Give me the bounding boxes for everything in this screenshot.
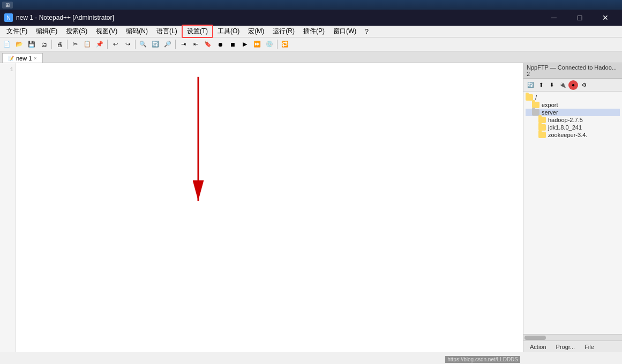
rp-upload-btn[interactable]: ⬆: [536, 80, 546, 90]
app-icon: N: [4, 13, 13, 22]
tb-indent[interactable]: ⇥: [177, 39, 189, 50]
tb-sep5: [175, 40, 176, 49]
tb-sync[interactable]: 🔁: [279, 39, 291, 50]
menu-macro[interactable]: 宏(M): [244, 26, 268, 37]
tb-sep3: [107, 40, 108, 49]
title-bar: N new 1 - Notepad++ [Administrator] ─ □ …: [0, 10, 622, 26]
tb-find[interactable]: 🔍: [137, 39, 149, 50]
right-panel-toolbar: 🔄 ⬆ ⬇ 🔌 ● ⚙: [523, 79, 622, 92]
folder-icon-zookeeper: [538, 132, 546, 138]
title-controls: ─ □ ✕: [542, 10, 618, 26]
minimize-button[interactable]: ─: [542, 10, 566, 26]
tree-label-jdk: jdk1.8.0_241: [548, 124, 582, 131]
tree-item-zookeeper[interactable]: zookeeper-3.4.: [526, 131, 620, 139]
menu-help[interactable]: ?: [361, 27, 373, 36]
rp-refresh-btn[interactable]: 🔄: [526, 80, 535, 90]
menu-plugins[interactable]: 插件(P): [299, 26, 329, 37]
tb-sep1: [51, 40, 52, 49]
tab-file[interactable]: File: [580, 343, 598, 351]
tb-paste[interactable]: 📌: [94, 39, 106, 50]
menu-view[interactable]: 视图(V): [92, 26, 122, 37]
right-panel: NppFTP — Connected to Hadoo... 2 🔄 ⬆ ⬇ 🔌…: [523, 63, 622, 352]
tb-sep4: [135, 40, 136, 49]
folder-icon-server: [532, 109, 539, 116]
tree-item-root[interactable]: /: [526, 94, 620, 101]
menu-file[interactable]: 文件(F): [2, 26, 32, 37]
tb-unindent[interactable]: ⇤: [190, 39, 201, 50]
tb-new[interactable]: 📄: [1, 39, 13, 50]
right-panel-title: NppFTP — Connected to Hadoo... 2: [527, 64, 619, 77]
tab-progress[interactable]: Progr...: [552, 343, 579, 351]
tree-label-zookeeper: zookeeper-3.4.: [548, 132, 587, 138]
tab-close-button[interactable]: ×: [34, 56, 36, 61]
menu-encode[interactable]: 编码(N): [122, 26, 152, 37]
menu-run[interactable]: 运行(R): [268, 26, 299, 37]
tree-label-root: /: [535, 94, 537, 101]
tb-print[interactable]: 🖨: [54, 39, 65, 50]
tb-cut[interactable]: ✂: [69, 39, 81, 50]
menu-window[interactable]: 窗口(W): [329, 26, 361, 37]
tb-save[interactable]: 💾: [26, 39, 38, 50]
rp-connect-btn[interactable]: 🔌: [558, 80, 567, 90]
tree-item-export[interactable]: export: [526, 101, 620, 109]
menu-tools[interactable]: 工具(O): [213, 26, 244, 37]
tb-sep6: [277, 40, 278, 49]
window-title: new 1 - Notepad++ [Administrator]: [16, 14, 114, 21]
file-tree: / export server hadoop-2.7.5 jdk1.8.0_24…: [523, 92, 622, 334]
tab-icon: 📝: [8, 56, 14, 61]
tree-label-export: export: [542, 102, 558, 108]
menu-search[interactable]: 搜索(S): [62, 26, 92, 37]
tb-macro-stop[interactable]: ⏹: [227, 39, 238, 50]
line-numbers: 1: [0, 63, 16, 352]
rp-disconnect-btn[interactable]: ●: [568, 80, 578, 90]
tree-label-hadoop: hadoop-2.7.5: [548, 117, 583, 123]
folder-icon-root: [526, 94, 533, 101]
tb-macro-save[interactable]: 💿: [264, 39, 275, 50]
tb-undo[interactable]: ↩: [109, 39, 121, 50]
tb-macro-rec[interactable]: ⏺: [214, 39, 226, 50]
tb-macro-run[interactable]: ⏩: [251, 39, 263, 50]
tb-copy[interactable]: 📋: [81, 39, 93, 50]
windows-taskbar: ⊞: [0, 0, 622, 10]
tb-replace[interactable]: 🔄: [149, 39, 161, 50]
line-number-1: 1: [0, 65, 13, 74]
close-button[interactable]: ✕: [593, 10, 618, 26]
tab-action[interactable]: Action: [526, 343, 551, 351]
menu-settings[interactable]: 设置(T): [182, 25, 213, 38]
scrollbar-thumb[interactable]: [524, 336, 546, 340]
editor-area[interactable]: [16, 63, 523, 352]
menu-bar: 文件(F) 编辑(E) 搜索(S) 视图(V) 编码(N) 语言(L) 设置(T…: [0, 26, 622, 37]
tb-zoom[interactable]: 🔎: [162, 39, 174, 50]
tb-bookmark[interactable]: 🔖: [202, 39, 214, 50]
right-panel-bottom-tabs: Action Progr... File: [523, 340, 622, 352]
watermark: https://blog.csdn.net/LLDDDS: [445, 356, 520, 363]
rp-download-btn[interactable]: ⬇: [547, 80, 557, 90]
tab-label: new 1: [16, 55, 32, 62]
tb-saveall[interactable]: 🗂: [38, 39, 50, 50]
maximize-button[interactable]: □: [567, 10, 592, 26]
tree-label-server: server: [542, 109, 558, 116]
tab-new1[interactable]: 📝 new 1 ×: [2, 53, 43, 63]
taskbar-app[interactable]: ⊞: [2, 2, 13, 9]
tb-sep2: [67, 40, 68, 49]
editor-container: 1: [0, 63, 523, 352]
tb-redo[interactable]: ↪: [122, 39, 133, 50]
tab-bar: 📝 new 1 ×: [0, 51, 622, 63]
right-panel-header: NppFTP — Connected to Hadoo... 2: [523, 63, 622, 79]
tb-macro-play[interactable]: ▶: [239, 39, 251, 50]
rp-settings-btn[interactable]: ⚙: [579, 80, 589, 90]
menu-edit[interactable]: 编辑(E): [32, 26, 62, 37]
menu-lang[interactable]: 语言(L): [152, 26, 182, 37]
tb-open[interactable]: 📂: [13, 39, 25, 50]
horizontal-scrollbar[interactable]: [523, 334, 622, 340]
toolbar: 📄 📂 💾 🗂 🖨 ✂ 📋 📌 ↩ ↪ 🔍 🔄 🔎 ⇥ ⇤ 🔖 ⏺ ⏹ ▶ ⏩ …: [0, 37, 622, 51]
title-bar-left: N new 1 - Notepad++ [Administrator]: [4, 13, 114, 22]
